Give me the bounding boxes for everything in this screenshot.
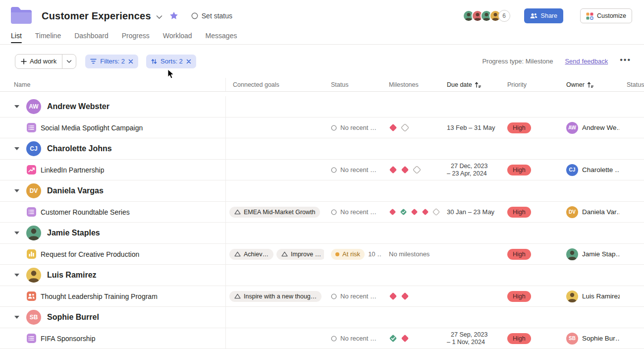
due-date[interactable]: 13 Feb – 31 May — [440, 124, 500, 131]
avatar[interactable] — [566, 291, 578, 302]
priority-badge[interactable]: High — [507, 249, 531, 260]
collapse-chevron-icon[interactable] — [14, 231, 20, 235]
status-cell[interactable]: No recent … — [324, 292, 382, 300]
milestone-diamond-icon[interactable] — [389, 123, 397, 132]
milestone-diamond-icon[interactable] — [411, 208, 418, 216]
clear-sorts-icon[interactable] — [186, 59, 191, 64]
send-feedback-link[interactable]: Send feedback — [565, 58, 608, 65]
task-row-linkedin-partnership[interactable]: LinkedIn Partnership No recent … 27 Dec,… — [0, 160, 644, 180]
task-row-request-for-creative-production[interactable]: Request for Creative Production Achiev…I… — [0, 244, 644, 265]
status-cell[interactable]: At risk10 … — [324, 249, 382, 260]
member-avatars[interactable] — [466, 10, 501, 22]
task-row-social-media-spotlight-campaign[interactable]: Social Media Spotlight Campaign No recen… — [0, 117, 644, 138]
collapse-chevron-icon[interactable] — [14, 189, 20, 193]
add-work-button[interactable]: Add work — [15, 54, 76, 69]
avatar[interactable]: CJ — [566, 164, 578, 176]
avatar[interactable]: DV — [26, 183, 41, 198]
owner-cell[interactable]: SBSophie Bur… — [559, 333, 620, 345]
avatar[interactable]: AW — [566, 122, 578, 134]
task-row-customer-roundtable-series[interactable]: Customer Roundtable Series EMEA Mid-Mark… — [0, 202, 644, 223]
priority-badge[interactable]: High — [507, 122, 531, 133]
member-count-badge[interactable]: 6 — [498, 10, 510, 22]
avatar[interactable]: AW — [26, 99, 41, 114]
column-header-due-date[interactable]: Due date — [440, 81, 500, 88]
milestone-upcoming-icon[interactable] — [432, 208, 440, 216]
column-header-name[interactable]: Name — [0, 78, 226, 91]
chevron-down-icon[interactable] — [156, 12, 162, 21]
milestone-complete-icon[interactable] — [389, 334, 397, 343]
milestone-diamond-icon[interactable] — [389, 166, 397, 174]
column-header-priority[interactable]: Priority — [500, 81, 559, 88]
owner-cell[interactable]: AWAndrew We… — [559, 122, 620, 134]
connected-goal-pill[interactable]: EMEA Mid-Market Growth — [229, 207, 320, 218]
status-cell[interactable]: No recent … — [324, 166, 382, 174]
task-name[interactable]: Thought Leadership Training Program — [41, 292, 158, 300]
collapse-chevron-icon[interactable] — [14, 315, 20, 319]
collapse-chevron-icon[interactable] — [14, 105, 20, 109]
due-date[interactable]: 27 Dec, 2023– 23 Apr, 2024 — [440, 163, 500, 177]
owner-cell[interactable]: DVDaniela Var… — [559, 206, 620, 218]
avatar[interactable]: SB — [566, 333, 578, 345]
milestone-diamond-icon[interactable] — [401, 334, 409, 343]
sorts-pill[interactable]: Sorts: 2 — [146, 55, 196, 68]
share-button[interactable]: Share — [524, 8, 563, 23]
milestone-diamond-icon[interactable] — [401, 292, 409, 300]
more-options-button[interactable]: ••• — [620, 56, 631, 67]
milestone-diamond-icon[interactable] — [389, 292, 397, 300]
task-row-thought-leadership-training-program[interactable]: Thought Leadership Training Program Insp… — [0, 286, 644, 307]
connected-goal-pill[interactable]: Improve … — [276, 249, 324, 260]
task-row-fifa-sponsorship[interactable]: FIFA Sponsorship No recent … 27 Sep, 202… — [0, 328, 644, 349]
milestone-upcoming-icon[interactable] — [413, 166, 421, 174]
owner-cell[interactable]: CJCharolette … — [559, 164, 620, 176]
status-cell[interactable]: No recent … — [324, 208, 382, 216]
priority-badge[interactable]: High — [507, 165, 531, 175]
priority-badge[interactable]: High — [507, 291, 531, 302]
tab-messages[interactable]: Messages — [206, 32, 237, 43]
priority-badge[interactable]: High — [507, 207, 531, 218]
status-cell[interactable]: No recent … — [324, 124, 382, 131]
status-cell[interactable]: No recent … — [324, 335, 382, 342]
status-at-risk-badge[interactable]: At risk — [331, 249, 365, 260]
column-header-status[interactable]: Status — [324, 81, 382, 88]
task-name[interactable]: FIFA Sponsorship — [41, 335, 96, 343]
task-name[interactable]: LinkedIn Partnership — [41, 166, 104, 174]
column-header-status-update[interactable]: Status update — [620, 81, 644, 88]
task-name[interactable]: Social Media Spotlight Campaign — [41, 124, 143, 132]
priority-badge[interactable]: High — [507, 333, 531, 344]
task-name[interactable]: Customer Roundtable Series — [41, 208, 130, 216]
column-header-owner[interactable]: Owner — [559, 81, 620, 88]
add-work-dropdown[interactable] — [62, 55, 76, 68]
avatar[interactable]: SB — [26, 310, 41, 325]
avatar[interactable] — [26, 226, 41, 240]
tab-workload[interactable]: Workload — [163, 32, 192, 43]
milestone-upcoming-icon[interactable] — [401, 123, 409, 132]
filters-pill[interactable]: Filters: 2 — [85, 55, 138, 68]
tab-progress[interactable]: Progress — [122, 32, 150, 43]
milestone-complete-icon[interactable] — [400, 208, 407, 216]
avatar[interactable]: CJ — [26, 141, 41, 156]
favorite-star-icon[interactable] — [169, 11, 178, 22]
due-date[interactable]: 30 Jan – 23 May — [440, 208, 500, 216]
due-date[interactable]: 27 Sep, 2023– 1 Nov, 2024 — [440, 331, 500, 346]
milestone-diamond-icon[interactable] — [389, 208, 396, 216]
tab-timeline[interactable]: Timeline — [35, 32, 61, 43]
milestone-diamond-icon[interactable] — [422, 208, 429, 216]
avatar[interactable] — [26, 268, 41, 283]
avatar[interactable] — [566, 248, 578, 260]
collapse-chevron-icon[interactable] — [14, 273, 20, 277]
collapse-chevron-icon[interactable] — [14, 147, 20, 151]
owner-cell[interactable]: Jamie Stap… — [559, 248, 620, 260]
connected-goal-pill[interactable]: Achiev… — [229, 249, 273, 260]
milestone-diamond-icon[interactable] — [401, 166, 409, 174]
column-header-connected-goals[interactable]: Connected goals — [226, 81, 324, 88]
set-status-button[interactable]: Set status — [191, 12, 232, 20]
column-header-milestones[interactable]: Milestones — [382, 81, 440, 88]
clear-filters-icon[interactable] — [128, 59, 133, 64]
customize-button[interactable]: Customize — [580, 8, 632, 23]
tab-dashboard[interactable]: Dashboard — [74, 32, 108, 43]
task-name[interactable]: Request for Creative Production — [41, 250, 139, 258]
connected-goal-pill[interactable]: Inspire with a new thoug… — [229, 291, 322, 302]
owner-cell[interactable]: Luis Ramirez — [559, 291, 620, 302]
avatar[interactable]: DV — [566, 206, 578, 218]
tab-list[interactable]: List — [11, 32, 22, 43]
